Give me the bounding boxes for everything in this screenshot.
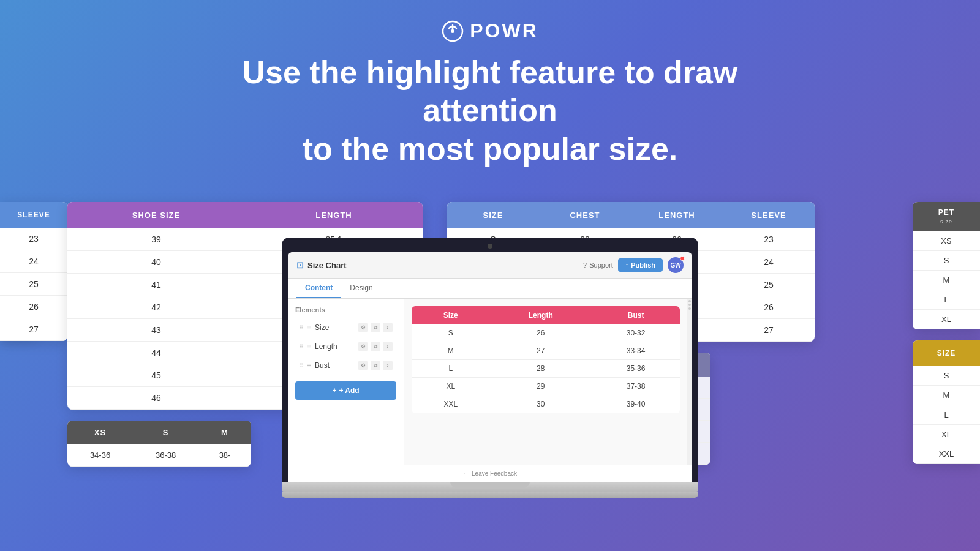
cell-bust: 39-40: [592, 395, 680, 413]
support-button[interactable]: ? Support: [583, 261, 613, 269]
laptop-notch: [450, 482, 530, 488]
table-row: 26: [0, 296, 67, 318]
cell-size: XL: [412, 378, 489, 395]
svg-point-1: [451, 29, 454, 33]
table-row: 24: [0, 250, 67, 273]
shoe-size-header: SHOE SIZE: [67, 202, 245, 228]
xs-header: XS: [67, 421, 133, 444]
copy-btn-size[interactable]: ⧉: [371, 323, 380, 332]
table-row: M: [913, 271, 980, 290]
app-bar-right: ? Support ↑ Publish GW: [583, 257, 684, 273]
cell-bust: 35-36: [592, 360, 680, 378]
preview-row-m: M 27 33-34: [412, 342, 680, 360]
headline-line1: Use the highlight feature to draw attent…: [243, 54, 738, 128]
laptop-screen-bezel: ⊡ Size Chart ? Support ↑ Publish GW: [282, 238, 698, 482]
laptop-camera: [488, 244, 492, 249]
scroll-indicator: [688, 304, 691, 306]
preview-row-s: S 26 30-32: [412, 324, 680, 342]
cell-length: 30: [489, 395, 592, 413]
preview-area: Size Length Bust S 26 30-32: [404, 299, 687, 465]
length-header: LENGTH: [245, 202, 423, 228]
size-header: SIZE: [913, 340, 980, 366]
far-right-size-table: SIZE S M L XL XXL: [913, 340, 980, 464]
chest-col-header: CHEST: [539, 202, 631, 228]
elements-label: Elements: [295, 306, 396, 313]
powr-logo-icon: [442, 20, 464, 42]
chevron-btn-bust[interactable]: ›: [383, 361, 393, 370]
pet-header: PETsize: [913, 202, 980, 231]
element-item-bust: ⠿ ≡ Bust ⚙ ⧉ ›: [295, 356, 396, 375]
element-name-bust: Bust: [315, 361, 355, 370]
chevron-btn-length[interactable]: ›: [383, 342, 393, 351]
user-avatar[interactable]: GW: [668, 257, 684, 273]
support-icon: ?: [583, 261, 587, 269]
table-row: S: [913, 366, 980, 386]
feedback-bar: ← Leave Feedback: [288, 465, 692, 482]
left-sleeve-table: SLEEVE 23 24 25 26 27 HIPS 35-36 37-38 3…: [0, 202, 37, 337]
preview-length-header: Length: [489, 306, 592, 324]
element-name-length: Length: [315, 342, 355, 351]
preview-table: Size Length Bust S 26 30-32: [412, 306, 680, 413]
tab-design[interactable]: Design: [341, 279, 381, 298]
add-element-button[interactable]: + + Add: [295, 381, 396, 400]
table-row: 23: [0, 228, 67, 250]
table-row: XL: [913, 310, 980, 329]
scrollbar: [687, 299, 692, 465]
cell-size: S: [412, 324, 489, 342]
table-row: S: [913, 251, 980, 271]
cell-size: XXL: [412, 395, 489, 413]
settings-btn-length[interactable]: ⚙: [358, 342, 368, 351]
settings-btn-size[interactable]: ⚙: [358, 323, 368, 332]
element-actions-size: ⚙ ⧉ ›: [358, 323, 393, 332]
list-icon: ≡: [307, 342, 311, 351]
table-row: 34-36 36-38 38-: [67, 444, 251, 467]
list-icon: ≡: [307, 361, 311, 370]
cell-length: 26: [489, 324, 592, 342]
size-chart-icon: ⊡: [296, 260, 304, 270]
drag-handle[interactable]: ⠿: [299, 362, 303, 369]
copy-btn-bust[interactable]: ⧉: [371, 361, 380, 370]
preview-row-xl: XL 29 37-38: [412, 378, 680, 395]
preview-row-xxl: XXL 30 39-40: [412, 395, 680, 413]
laptop: ⊡ Size Chart ? Support ↑ Publish GW: [282, 238, 698, 498]
table-row: 25: [0, 273, 67, 296]
drag-handle[interactable]: ⠿: [299, 343, 303, 350]
logo: POWR: [0, 20, 980, 42]
table-row: M: [913, 386, 980, 405]
preview-row-l: L 28 35-36: [412, 360, 680, 378]
preview-size-header: Size: [412, 306, 489, 324]
cell-bust: 30-32: [592, 324, 680, 342]
table-row: L: [913, 405, 980, 425]
element-actions-length: ⚙ ⧉ ›: [358, 342, 393, 351]
length-col-header: LENGTH: [631, 202, 723, 228]
preview-bust-header: Bust: [592, 306, 680, 324]
element-name-size: Size: [315, 323, 355, 332]
cell-size: L: [412, 360, 489, 378]
element-actions-bust: ⚙ ⧉ ›: [358, 361, 393, 370]
publish-button[interactable]: ↑ Publish: [618, 258, 663, 272]
table-row: XXL: [913, 444, 980, 464]
cell-length: 29: [489, 378, 592, 395]
feedback-icon: ←: [463, 470, 469, 477]
copy-btn-length[interactable]: ⧉: [371, 342, 380, 351]
element-item-length: ⠿ ≡ Length ⚙ ⧉ ›: [295, 337, 396, 356]
cell-length: 28: [489, 360, 592, 378]
table-row: XS: [913, 231, 980, 251]
m-header: M: [198, 421, 251, 444]
app-content: Elements ⠿ ≡ Size ⚙ ⧉ › ⠿ ≡: [288, 299, 692, 465]
s-header: S: [133, 421, 198, 444]
tab-content[interactable]: Content: [296, 279, 341, 298]
chevron-btn-size[interactable]: ›: [383, 323, 393, 332]
cell-size: M: [412, 342, 489, 360]
list-icon: ≡: [307, 323, 311, 332]
size-col-header: SIZE: [447, 202, 539, 228]
app-window: ⊡ Size Chart ? Support ↑ Publish GW: [288, 252, 692, 482]
app-title-area: ⊡ Size Chart: [296, 260, 347, 270]
drag-handle[interactable]: ⠿: [299, 324, 303, 331]
element-item-size: ⠿ ≡ Size ⚙ ⧉ ›: [295, 318, 396, 337]
cell-bust: 37-38: [592, 378, 680, 395]
elements-sidebar: Elements ⠿ ≡ Size ⚙ ⧉ › ⠿ ≡: [288, 299, 404, 465]
settings-btn-bust[interactable]: ⚙: [358, 361, 368, 370]
app-tabs: Content Design: [288, 279, 692, 299]
scroll-indicator: [688, 307, 691, 310]
